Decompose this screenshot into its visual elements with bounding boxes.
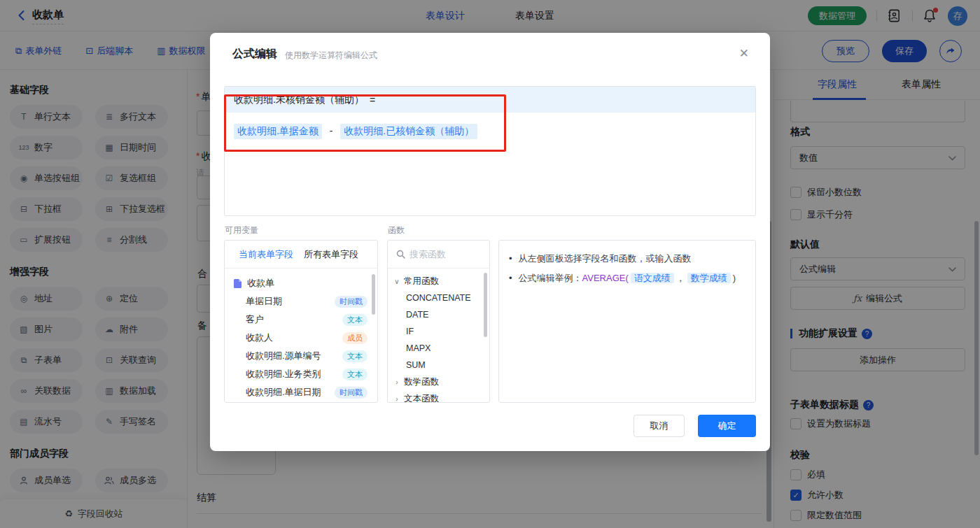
type-badge: 文本 — [342, 369, 368, 380]
variable-name: 单据日期 — [246, 295, 282, 308]
function-item[interactable]: IF — [388, 323, 489, 340]
functions-panel: ∨常用函数 CONCATENATE DATE IF MAPX SUM ›数学函数… — [387, 240, 490, 403]
function-item[interactable]: SUM — [388, 357, 489, 373]
hint-comma: ， — [676, 273, 685, 283]
variables-label: 可用变量 — [225, 224, 258, 236]
close-icon[interactable]: ✕ — [739, 46, 749, 61]
variable-name: 客户 — [246, 313, 264, 326]
variables-tree: 收款单 单据日期时间戳 客户文本 收款人成员 收款明细.源单编号文本 收款明细.… — [225, 269, 377, 401]
hint-example: 公式编辑举例：AVERAGE(语文成绩，数学成绩) — [519, 271, 736, 285]
variables-scrollbar[interactable] — [372, 274, 375, 315]
type-badge: 成员 — [342, 332, 368, 344]
group-label: 数学函数 — [404, 376, 439, 388]
variable-row[interactable]: 单据日期时间戳 — [225, 292, 377, 311]
function-list: ∨常用函数 CONCATENATE DATE IF MAPX SUM ›数学函数… — [388, 269, 489, 403]
hint-panel: • 从左侧面板选择字段名和函数，或输入函数 • 公式编辑举例：AVERAGE(语… — [498, 240, 756, 403]
variable-row[interactable]: 收款明细.源单编号文本 — [225, 347, 377, 365]
app-window: 收款单 表单设计 表单设置 数据管理 存 ⧉ 表单外链 — [0, 0, 980, 528]
variable-name: 收款明细.单据日期 — [246, 386, 321, 399]
hint-line-2: • 公式编辑举例：AVERAGE(语文成绩，数学成绩) — [509, 271, 746, 285]
tree-root-label: 收款单 — [247, 277, 274, 290]
hint-line-1: • 从左侧面板选择字段名和函数，或输入函数 — [509, 252, 746, 265]
function-group-math[interactable]: ›数学函数 — [388, 373, 489, 390]
variables-panel: 当前表单字段 所有表单字段 收款单 单据日期时间戳 客户文本 收款人成员 收款明… — [224, 240, 378, 403]
variable-row[interactable]: 收款明细.业务类别文本 — [225, 365, 377, 383]
functions-scrollbar[interactable] — [484, 273, 487, 337]
modal-title: 公式编辑 — [232, 47, 277, 62]
variable-row[interactable]: 客户文本 — [225, 311, 377, 329]
type-badge: 文本 — [342, 350, 368, 362]
hint-function-name: AVERAGE( — [582, 273, 629, 283]
hint-close-paren: ) — [733, 273, 736, 283]
function-group-text[interactable]: ›文本函数 — [388, 390, 489, 403]
bullet-icon: • — [509, 271, 512, 285]
formula-operand-1[interactable]: 收款明细.单据金额 — [234, 124, 322, 139]
variables-tabs: 当前表单字段 所有表单字段 — [225, 241, 377, 269]
functions-label: 函数 — [388, 224, 405, 236]
variable-name: 收款明细.源单编号 — [246, 350, 321, 362]
tab-current-form-fields[interactable]: 当前表单字段 — [239, 248, 293, 261]
type-badge: 时间戳 — [335, 387, 368, 399]
document-icon — [233, 278, 242, 289]
function-search[interactable] — [388, 241, 489, 269]
tab-all-form-fields[interactable]: 所有表单字段 — [304, 248, 358, 261]
modal-subtitle: 使用数学运算符编辑公式 — [285, 50, 377, 62]
group-label: 文本函数 — [404, 393, 439, 404]
formula-operator: - — [330, 125, 333, 136]
hint-chip-2: 数学成绩 — [687, 273, 731, 283]
hint-prefix: 公式编辑举例： — [519, 273, 582, 283]
function-item[interactable]: MAPX — [388, 340, 489, 357]
search-icon — [396, 250, 405, 259]
cancel-button[interactable]: 取消 — [634, 415, 685, 437]
hint-text: 从左侧面板选择字段名和函数，或输入函数 — [519, 252, 692, 265]
formula-editor-area[interactable]: 收款明细.未核销金额（辅助） = 收款明细.单据金额 - 收款明细.已核销金额（… — [224, 86, 756, 216]
confirm-button[interactable]: 确定 — [698, 415, 756, 437]
formula-target-row: 收款明细.未核销金额（辅助） = — [225, 87, 755, 113]
function-group-common[interactable]: ∨常用函数 — [388, 273, 489, 290]
caret-right-icon: › — [393, 395, 400, 403]
type-badge: 文本 — [342, 314, 368, 326]
type-badge: 时间戳 — [335, 296, 368, 308]
formula-operand-2[interactable]: 收款明细.已核销金额（辅助） — [340, 124, 477, 139]
tree-root-form[interactable]: 收款单 — [225, 274, 377, 292]
formula-target-field: 收款明细.未核销金额（辅助） — [234, 94, 364, 106]
caret-right-icon: › — [393, 378, 400, 386]
function-item[interactable]: DATE — [388, 306, 489, 323]
variable-row[interactable]: 收款明细.单据日期时间戳 — [225, 383, 377, 401]
equals-sign: = — [370, 94, 375, 106]
variable-name: 收款明细.业务类别 — [246, 368, 321, 380]
function-item[interactable]: CONCATENATE — [388, 290, 489, 306]
caret-down-icon: ∨ — [393, 278, 400, 285]
group-label: 常用函数 — [404, 276, 439, 287]
variable-row[interactable]: 收款人成员 — [225, 329, 377, 347]
function-search-input[interactable] — [410, 249, 476, 259]
bullet-icon: • — [509, 252, 512, 265]
variable-name: 收款人 — [246, 331, 273, 344]
formula-expression[interactable]: 收款明细.单据金额 - 收款明细.已核销金额（辅助） — [225, 113, 755, 150]
formula-editor-modal: 公式编辑 使用数学运算符编辑公式 ✕ 收款明细.未核销金额（辅助） = 收款明细… — [210, 33, 770, 451]
hint-chip-1: 语文成绩 — [631, 273, 674, 283]
